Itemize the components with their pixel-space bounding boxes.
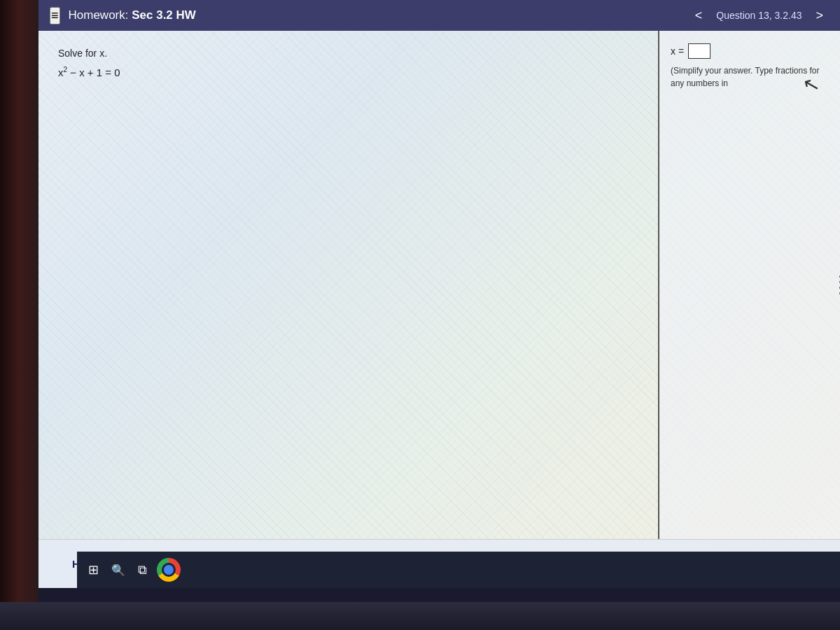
header-title-main: Sec 3.2 HW [132, 8, 196, 22]
answer-label: x = [671, 46, 684, 57]
taskbar-search-button[interactable]: 🔍 [108, 560, 128, 580]
windows-start-button[interactable]: ⊞ [83, 558, 104, 582]
equation-display: x2 − x + 1 = 0 [58, 66, 638, 78]
answer-panel: x = (Simplify your answer. Type fraction… [658, 31, 840, 539]
header-left: ≡ Homework: Sec 3.2 HW [50, 7, 196, 24]
hamburger-menu-button[interactable]: ≡ [50, 7, 60, 24]
laptop-bottom-bezel [0, 602, 840, 630]
taskbar-task-view-button[interactable]: ⧉ [132, 559, 153, 582]
problem-panel: Solve for x. x2 − x + 1 = 0 [38, 31, 658, 539]
screen: ≡ Homework: Sec 3.2 HW < Question 13, 3.… [38, 0, 840, 588]
taskbar-chrome-button[interactable] [157, 558, 181, 582]
header-title: Homework: Sec 3.2 HW [69, 8, 196, 22]
prev-question-button[interactable]: < [690, 6, 708, 26]
taskbar: ⊞ 🔍 ⧉ [77, 552, 840, 588]
header-title-prefix: Homework: [69, 8, 132, 22]
question-label: Question 13, 3.2.43 [716, 10, 802, 21]
laptop-edge [0, 0, 38, 602]
main-content: Solve for x. x2 − x + 1 = 0 x = (Simplif… [38, 31, 840, 539]
header-right: < Question 13, 3.2.43 > [690, 6, 829, 26]
answer-row: x = [671, 43, 829, 59]
solve-label: Solve for x. [58, 48, 638, 59]
header-bar: ≡ Homework: Sec 3.2 HW < Question 13, 3.… [38, 0, 840, 31]
answer-input[interactable] [688, 43, 710, 59]
next-question-button[interactable]: > [810, 6, 829, 26]
